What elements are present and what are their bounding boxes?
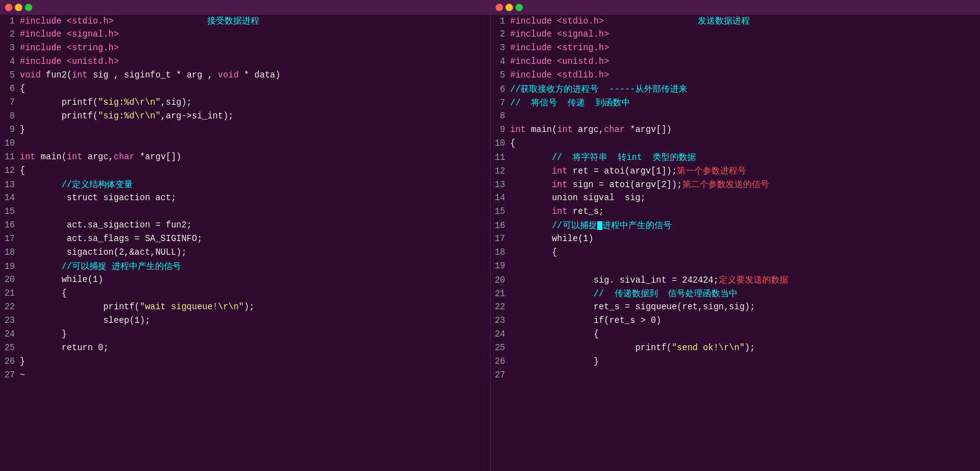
code-token: "sig:%d\r\n" — [98, 97, 161, 107]
right-code-area[interactable]: 1#include <stdio.h> 发送数据进程2#include <sig… — [491, 15, 981, 471]
code-token: ret_s = sigqueue(ret,sign,sig); — [510, 302, 755, 312]
right-close-btn[interactable] — [496, 4, 503, 11]
left-window-buttons — [5, 4, 32, 11]
line-content: { — [20, 288, 67, 298]
code-token: printf( — [20, 111, 98, 121]
line-content: // 将字符串 转int 类型的数据 — [510, 152, 697, 163]
table-row: 23 if(ret_s > 0) — [491, 315, 981, 328]
line-content: //可以捕捉 进程中产生的信号 — [20, 261, 181, 272]
code-token: // 将字符串 转int 类型的数据 — [510, 152, 697, 162]
code-token: sign = atoi(argv[2]); — [568, 180, 682, 190]
code-token: } — [510, 356, 599, 366]
line-content: #include <string.h> — [20, 43, 119, 53]
line-number: 15 — [0, 206, 20, 216]
table-row: 2#include <signal.h> — [0, 29, 490, 42]
right-pane: 1#include <stdio.h> 发送数据进程2#include <sig… — [491, 0, 981, 471]
line-content: while(1) — [20, 275, 103, 284]
line-number: 20 — [491, 275, 510, 285]
code-token: 定义要发送的数据 — [719, 275, 788, 285]
line-content: int ret = atoi(argv[1]);第一个参数进程号 — [510, 165, 747, 177]
line-number: 8 — [0, 111, 20, 121]
line-content: // 传递数据到 信号处理函数当中 — [510, 288, 738, 299]
line-number: 18 — [0, 247, 20, 257]
code-token: printf( — [510, 343, 672, 353]
line-content: ~ — [20, 370, 25, 380]
code-token: "sig:%d\r\n" — [98, 111, 161, 121]
line-number: 16 — [491, 221, 510, 231]
line-number: 14 — [0, 193, 20, 203]
code-token: act.sa_sigaction = fun2; — [20, 220, 192, 230]
code-token: *argv[]) — [135, 152, 182, 162]
line-content: //定义结构体变量 — [20, 179, 133, 190]
table-row: 4#include <unistd.h> — [491, 56, 981, 69]
text-cursor — [597, 221, 602, 230]
table-row: 14 struct sigaction act; — [0, 192, 490, 206]
line-content: sig. sival_int = 242424;定义要发送的数据 — [510, 275, 788, 286]
line-number: 17 — [491, 234, 510, 244]
line-number: 4 — [491, 56, 510, 66]
code-token: * data) — [239, 70, 280, 80]
line-number: 3 — [0, 43, 20, 53]
code-token: argc, — [572, 125, 604, 134]
line-number: 5 — [491, 70, 510, 80]
code-token: int — [510, 125, 526, 134]
line-content: #include <unistd.h> — [510, 56, 610, 66]
table-row: 23 sleep(1); — [0, 315, 490, 328]
line-number: 25 — [0, 343, 20, 353]
code-token: ); — [745, 343, 755, 353]
left-close-btn[interactable] — [5, 4, 12, 11]
table-row: 22 ret_s = sigqueue(ret,sign,sig); — [491, 301, 981, 315]
line-content: act.sa_flags = SA_SIGINFO; — [20, 234, 202, 244]
line-number: 12 — [0, 165, 20, 175]
code-token: ,arg->si_int); — [161, 111, 234, 121]
line-number: 6 — [491, 84, 510, 94]
line-number: 10 — [491, 138, 510, 148]
left-max-btn[interactable] — [25, 4, 32, 11]
line-content: if(ret_s > 0) — [510, 315, 662, 325]
line-content: sleep(1); — [20, 315, 150, 325]
code-token: ret = atoi(argv[1]); — [568, 166, 677, 176]
code-token: "send ok!\r\n" — [672, 343, 745, 353]
line-content: { — [510, 329, 599, 339]
code-token: 第一个参数进程号 — [677, 166, 746, 176]
line-number: 27 — [491, 370, 510, 380]
line-number: 24 — [491, 329, 510, 339]
line-content: void fun2(int sig , siginfo_t * arg , vo… — [20, 70, 280, 80]
right-max-btn[interactable] — [515, 4, 523, 11]
code-token: 发送数据进程 — [604, 16, 750, 26]
code-token: ret_s; — [568, 206, 604, 216]
code-token: sig. sival_int = 242424; — [510, 275, 719, 285]
line-number: 2 — [491, 29, 510, 39]
left-min-btn[interactable] — [15, 4, 22, 11]
left-code-area[interactable]: 1#include <stdio.h> 接受数据进程2#include <sig… — [0, 15, 490, 471]
line-content: ret_s = sigqueue(ret,sign,sig); — [510, 302, 755, 312]
code-token: sigaction(2,&act,NULL); — [20, 247, 187, 257]
line-number: 1 — [491, 16, 510, 26]
line-number: 17 — [0, 234, 20, 244]
left-pane: 1#include <stdio.h> 接受数据进程2#include <sig… — [0, 0, 491, 471]
line-number: 9 — [491, 125, 510, 134]
code-token: int — [510, 180, 568, 190]
line-number: 6 — [0, 84, 20, 94]
code-token: while(1) — [510, 234, 594, 244]
line-number: 5 — [0, 70, 20, 80]
table-row: 24 { — [491, 328, 981, 342]
code-token: #include <unistd.h> — [510, 56, 610, 66]
code-token: //定义结构体变量 — [20, 180, 133, 190]
table-row: 6{ — [0, 83, 490, 97]
code-token: argc, — [82, 152, 114, 162]
code-token: ,sig); — [161, 97, 192, 107]
right-min-btn[interactable] — [506, 4, 513, 11]
line-number: 7 — [0, 97, 20, 107]
table-row: 1#include <stdio.h> 发送数据进程 — [491, 15, 981, 29]
table-row: 15 int ret_s; — [491, 206, 981, 219]
code-token: int — [67, 152, 82, 162]
table-row: 19 //可以捕捉 进程中产生的信号 — [0, 260, 490, 274]
code-token: return 0; — [20, 343, 109, 353]
code-token: printf( — [20, 302, 140, 312]
line-content: } — [20, 356, 25, 366]
table-row: 4#include <unistd.h> — [0, 56, 490, 69]
table-row: 20 sig. sival_int = 242424;定义要发送的数据 — [491, 274, 981, 288]
table-row: 26} — [0, 356, 490, 369]
table-row: 9} — [0, 124, 490, 138]
